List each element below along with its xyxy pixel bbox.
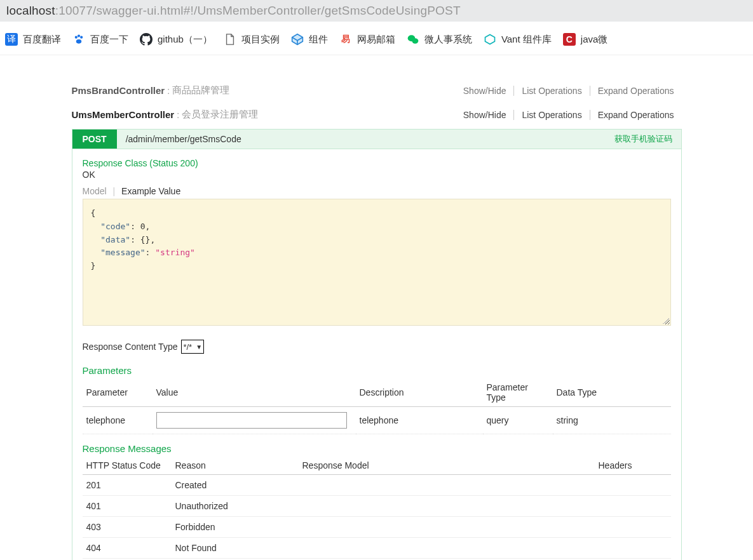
svg-point-1 xyxy=(78,35,80,37)
reason: Unauthorized xyxy=(172,496,299,517)
col-http-status: HTTP Status Code xyxy=(83,457,172,475)
wechat-icon xyxy=(407,33,419,46)
paw-icon xyxy=(72,33,85,46)
separator: : xyxy=(174,110,182,120)
bookmark-github[interactable]: github（一） xyxy=(140,33,212,46)
bookmark-label: 项目实例 xyxy=(241,34,280,46)
operation-path: /admin/member/getSmsCode xyxy=(117,130,250,149)
http-method-badge: POST xyxy=(72,130,117,149)
response-message-row: 403Forbidden xyxy=(83,517,671,538)
response-message-row: 401Unauthorized xyxy=(83,496,671,517)
bookmark-wechat-hr[interactable]: 微人事系统 xyxy=(407,33,472,46)
reason: Not Found xyxy=(172,538,299,559)
bookmark-java[interactable]: C java微 xyxy=(563,33,608,46)
parameter-row: telephone telephone query string xyxy=(83,407,671,434)
example-value-box[interactable]: { "code": 0, "data": {}, "message": "str… xyxy=(83,199,671,326)
controller-row[interactable]: PmsBrandController : 商品品牌管理 Show/Hide Li… xyxy=(72,81,682,101)
expand-ops-link[interactable]: Expand Operations xyxy=(590,86,682,96)
bookmark-label: 百度一下 xyxy=(90,34,128,46)
separator: : xyxy=(165,86,172,96)
operation-body: Response Class (Status 200) OK Model | E… xyxy=(72,149,682,560)
param-name: telephone xyxy=(83,407,153,434)
controller-ops: Show/Hide List Operations Expand Operati… xyxy=(456,86,682,96)
response-ok: OK xyxy=(83,170,671,180)
param-description: telephone xyxy=(356,407,483,434)
vant-icon xyxy=(484,33,496,46)
param-value-input[interactable] xyxy=(156,412,347,429)
bookmark-label: 百度翻译 xyxy=(23,34,61,46)
bookmark-label: 网易邮箱 xyxy=(357,34,395,46)
response-message-row: 201Created xyxy=(83,475,671,496)
letter-c-icon: C xyxy=(563,33,576,46)
response-content-type-row: Response Content Type */* ▼ xyxy=(83,340,671,354)
bookmark-label: java微 xyxy=(581,34,608,46)
controller-desc: 会员登录注册管理 xyxy=(182,109,258,121)
controller-row-active[interactable]: UmsMemberController : 会员登录注册管理 Show/Hide… xyxy=(72,105,682,125)
col-response-model: Response Model xyxy=(299,457,595,475)
expand-ops-link[interactable]: Expand Operations xyxy=(590,110,682,120)
controller-name: UmsMemberController xyxy=(72,109,175,120)
controller-name: PmsBrandController xyxy=(72,85,165,96)
col-reason: Reason xyxy=(172,457,299,475)
example-value-tab[interactable]: Example Value xyxy=(121,186,180,196)
status-code: 401 xyxy=(83,496,172,517)
bookmark-baidu-fanyi[interactable]: 译 百度翻译 xyxy=(5,33,61,46)
headers-cell xyxy=(595,517,671,538)
param-datatype: string xyxy=(553,407,671,434)
reason: Forbidden xyxy=(172,517,299,538)
svg-point-6 xyxy=(412,38,418,43)
bookmark-label: Vant 组件库 xyxy=(501,34,552,46)
operation-summary: 获取手机验证码 xyxy=(606,130,681,149)
reason: Created xyxy=(172,475,299,496)
col-value: Value xyxy=(153,378,356,407)
headers-cell xyxy=(595,538,671,559)
col-data-type: Data Type xyxy=(553,378,671,407)
controller-ops: Show/Hide List Operations Expand Operati… xyxy=(456,110,682,120)
bookmark-netease-mail[interactable]: 易 网易邮箱 xyxy=(339,33,395,46)
operation-block: POST /admin/member/getSmsCode 获取手机验证码 Re… xyxy=(72,129,682,560)
bookmark-project-example[interactable]: 项目实例 xyxy=(224,33,280,46)
file-icon xyxy=(224,33,236,46)
response-messages-table: HTTP Status Code Reason Response Model H… xyxy=(83,457,671,559)
swagger-container: PmsBrandController : 商品品牌管理 Show/Hide Li… xyxy=(72,81,682,560)
yi-icon: 易 xyxy=(339,33,352,46)
status-code: 403 xyxy=(83,517,172,538)
github-icon xyxy=(140,33,153,46)
status-code: 404 xyxy=(83,538,172,559)
list-ops-link[interactable]: List Operations xyxy=(513,110,589,120)
url-bar[interactable]: localhost:10077/swagger-ui.html#!/UmsMem… xyxy=(0,0,753,22)
show-hide-link[interactable]: Show/Hide xyxy=(456,86,514,96)
cube-icon xyxy=(291,33,304,46)
controller-desc: 商品品牌管理 xyxy=(172,84,229,97)
status-code: 201 xyxy=(83,475,172,496)
parameters-heading: Parameters xyxy=(83,365,671,376)
response-content-type-label: Response Content Type xyxy=(83,342,178,352)
bookmark-components[interactable]: 组件 xyxy=(291,33,328,46)
col-parameter: Parameter xyxy=(83,378,153,407)
response-message-row: 404Not Found xyxy=(83,538,671,559)
show-hide-link[interactable]: Show/Hide xyxy=(456,110,514,120)
response-content-type-select[interactable]: */* ▼ xyxy=(181,340,204,354)
col-parameter-type: Parameter Type xyxy=(483,378,553,407)
response-model xyxy=(299,475,595,496)
param-type: query xyxy=(483,407,553,434)
operation-header[interactable]: POST /admin/member/getSmsCode 获取手机验证码 xyxy=(72,129,682,149)
model-tab[interactable]: Model xyxy=(83,186,107,196)
headers-cell xyxy=(595,496,671,517)
list-ops-link[interactable]: List Operations xyxy=(513,86,589,96)
bookmark-label: 组件 xyxy=(309,34,328,46)
bookmark-vant[interactable]: Vant 组件库 xyxy=(484,33,552,46)
resize-handle-icon[interactable] xyxy=(663,317,669,324)
response-messages-heading: Response Messages xyxy=(83,443,671,454)
response-model xyxy=(299,496,595,517)
col-description: Description xyxy=(356,378,483,407)
response-class-label: Response Class (Status 200) xyxy=(83,158,671,168)
bookmarks-bar: 译 百度翻译 百度一下 github（一） 项目实例 组件 易 网易邮箱 微人事… xyxy=(0,22,753,55)
headers-cell xyxy=(595,475,671,496)
response-model xyxy=(299,517,595,538)
url-host: localhost xyxy=(6,4,55,17)
bookmark-label: 微人事系统 xyxy=(424,34,472,46)
response-model xyxy=(299,538,595,559)
bookmark-baidu[interactable]: 百度一下 xyxy=(72,33,128,46)
example-json: { "code": 0, "data": {}, "message": "str… xyxy=(91,207,663,273)
